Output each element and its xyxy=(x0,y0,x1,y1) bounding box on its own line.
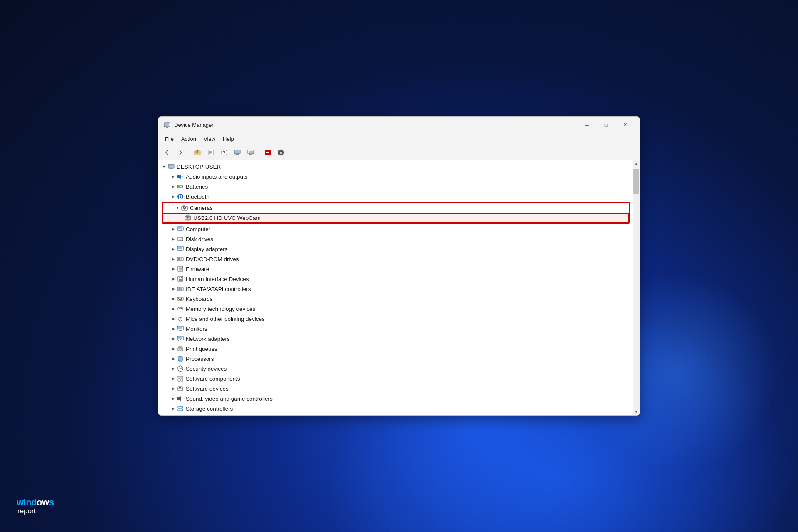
tree-item-memory[interactable]: ▶ Memory technology devices xyxy=(158,304,633,314)
software-devices-expand-arrow: ▶ xyxy=(170,385,177,392)
processors-label: Processors xyxy=(186,356,214,362)
svg-rect-24 xyxy=(182,186,183,187)
tree-item-processors[interactable]: ▶ Processors xyxy=(158,354,633,364)
dvd-expand-arrow: ▶ xyxy=(170,256,177,262)
cameras-label: Cameras xyxy=(190,205,213,211)
tree-item-monitors[interactable]: ▶ Monitors xyxy=(158,324,633,334)
keyboards-expand-arrow: ▶ xyxy=(170,296,177,302)
svg-rect-15 xyxy=(249,151,253,153)
close-button[interactable]: ✕ xyxy=(616,118,635,132)
tree-item-audio[interactable]: ▶ Audio inputs and outputs xyxy=(158,172,633,182)
svg-rect-2 xyxy=(166,127,168,128)
tree-item-network[interactable]: ▶ Network adapters xyxy=(158,334,633,344)
svg-rect-81 xyxy=(178,327,182,329)
batteries-icon xyxy=(177,183,184,190)
svg-point-50 xyxy=(180,259,181,259)
menu-file[interactable]: File xyxy=(162,135,177,143)
properties-button[interactable] xyxy=(204,147,217,158)
tree-item-software-devices[interactable]: ▶ Software devices xyxy=(158,384,633,394)
svg-rect-57 xyxy=(179,277,180,279)
tree-item-storage[interactable]: ▶ Storage controllers xyxy=(158,404,633,414)
svg-rect-101 xyxy=(178,379,180,381)
toolbar-separator-1 xyxy=(189,148,189,157)
mice-label: Mice and other pointing devices xyxy=(186,316,265,322)
tree-item-cameras[interactable]: ▼ Cameras xyxy=(163,203,629,213)
tree-item-keyboards[interactable]: ▶ Keyboards xyxy=(158,294,633,304)
scrollbar-up-button[interactable]: ▲ xyxy=(633,160,640,167)
brand-logo: windows report xyxy=(17,498,54,515)
svg-rect-11 xyxy=(234,150,240,154)
storage-icon xyxy=(177,405,184,412)
network-label: Network adapters xyxy=(186,336,230,342)
svg-rect-82 xyxy=(179,330,182,331)
uninstall-button[interactable] xyxy=(275,147,287,158)
window-controls: ─ □ ✕ xyxy=(577,118,635,132)
svg-rect-67 xyxy=(181,298,182,299)
tree-item-mice[interactable]: ▶ Mice and other pointing devices xyxy=(158,314,633,324)
svg-rect-73 xyxy=(181,308,182,309)
svg-rect-84 xyxy=(178,337,182,339)
computer-label: Computer xyxy=(186,226,210,232)
menu-action[interactable]: Action xyxy=(178,135,200,143)
toolbar-separator-2 xyxy=(259,148,259,157)
help-button[interactable]: ? xyxy=(218,147,230,158)
tree-item-security[interactable]: ▶ Security devices xyxy=(158,364,633,374)
menu-view[interactable]: View xyxy=(200,135,219,143)
tree-item-dvd[interactable]: ▶ DVD/CD-ROM drives xyxy=(158,254,633,264)
svg-rect-59 xyxy=(179,279,182,281)
maximize-button[interactable]: □ xyxy=(596,118,616,132)
tree-item-batteries[interactable]: ▶ Batteries xyxy=(158,182,633,192)
computer-button[interactable] xyxy=(231,147,244,158)
device-view-button[interactable] xyxy=(244,147,257,158)
device-manager-window: Device Manager ─ □ ✕ File Action View He… xyxy=(158,116,640,416)
tree-item-webcam[interactable]: USB2.0 HD UVC WebCam xyxy=(163,213,629,223)
folder-up-button[interactable] xyxy=(191,147,204,158)
svg-text:B: B xyxy=(179,194,182,200)
forward-button[interactable] xyxy=(174,147,187,158)
titlebar: Device Manager ─ □ ✕ xyxy=(158,117,640,133)
security-label: Security devices xyxy=(186,366,227,372)
scrollbar-track[interactable] xyxy=(633,167,640,409)
menu-help[interactable]: Help xyxy=(219,135,237,143)
svg-rect-68 xyxy=(182,298,182,299)
memory-expand-arrow: ▶ xyxy=(170,305,177,312)
print-icon xyxy=(177,345,184,352)
svg-rect-39 xyxy=(178,227,182,229)
disk-icon xyxy=(177,235,184,243)
tree-item-display[interactable]: ▶ Display adapters xyxy=(158,244,633,254)
minimize-button[interactable]: ─ xyxy=(577,118,596,132)
security-icon xyxy=(177,365,184,372)
mice-expand-arrow: ▶ xyxy=(170,315,177,322)
ide-icon xyxy=(177,285,184,293)
monitors-label: Monitors xyxy=(186,326,207,332)
tree-item-sound[interactable]: ▶ Sound, video and game controllers xyxy=(158,394,633,404)
sound-expand-arrow: ▶ xyxy=(170,395,177,402)
remove-button[interactable] xyxy=(261,147,274,158)
processors-expand-arrow: ▶ xyxy=(170,355,177,362)
window-icon xyxy=(163,121,171,129)
scrollbar-thumb[interactable] xyxy=(633,169,639,194)
svg-rect-106 xyxy=(180,387,181,388)
tree-item-software-components[interactable]: ▶ Software components xyxy=(158,374,633,384)
back-button[interactable] xyxy=(161,147,173,158)
tree-item-system[interactable]: ▶ System devices xyxy=(158,414,633,415)
network-icon xyxy=(177,335,184,342)
sound-label: Sound, video and game controllers xyxy=(186,396,273,402)
hid-icon xyxy=(177,275,184,283)
svg-rect-92 xyxy=(179,357,182,360)
tree-root[interactable]: ▼ DESKTOP-USER xyxy=(158,162,633,172)
tree-item-hid[interactable]: ▶ Human Interface Devices xyxy=(158,274,633,284)
svg-rect-89 xyxy=(179,350,182,351)
device-tree[interactable]: ▼ DESKTOP-USER ▶ xyxy=(158,160,633,415)
scrollbar-down-button[interactable]: ▼ xyxy=(633,409,640,415)
tree-item-computer[interactable]: ▶ Computer xyxy=(158,224,633,234)
tree-item-bluetooth[interactable]: ▶ B Bluetooth xyxy=(158,192,633,202)
scrollbar[interactable]: ▲ ▼ xyxy=(633,160,640,415)
tree-item-print[interactable]: ▶ Print queues xyxy=(158,344,633,354)
webcam-icon xyxy=(184,214,192,222)
tree-item-disk[interactable]: ▶ Disk drives xyxy=(158,234,633,244)
tree-item-ide[interactable]: ▶ IDE ATA/ATAPI controllers xyxy=(158,284,633,294)
svg-rect-25 xyxy=(178,186,180,187)
cameras-icon xyxy=(181,204,188,212)
tree-item-firmware[interactable]: ▶ Firmware xyxy=(158,264,633,274)
